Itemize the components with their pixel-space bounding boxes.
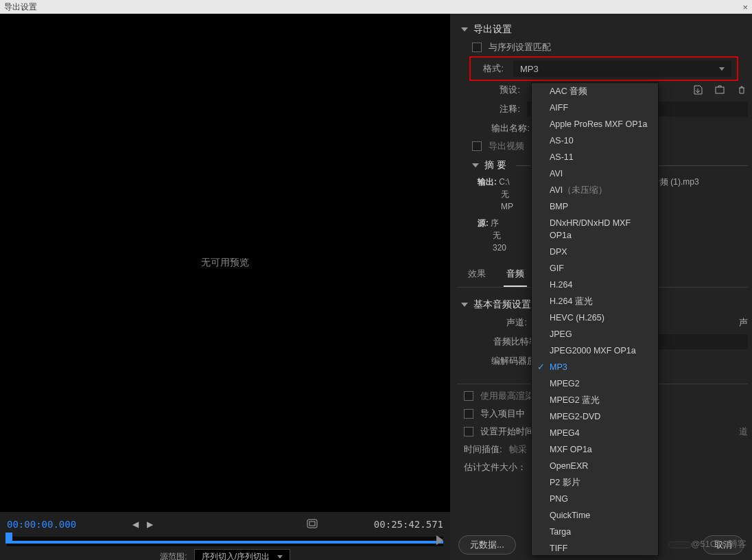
- close-icon[interactable]: ×: [742, 2, 748, 12]
- format-option[interactable]: AS-11: [532, 149, 658, 165]
- match-sequence-label: 与序列设置匹配: [489, 41, 551, 54]
- format-option[interactable]: Windows Media: [532, 557, 658, 560]
- format-option[interactable]: BMP: [532, 198, 658, 215]
- format-option[interactable]: DPX: [532, 244, 658, 260]
- est-size-label: 估计文件大小：: [464, 461, 526, 474]
- format-option[interactable]: MP3: [532, 359, 658, 375]
- chevron-down-icon: [277, 555, 283, 559]
- format-option[interactable]: MPEG2 蓝光: [532, 392, 658, 408]
- comment-label: 注释:: [472, 103, 520, 115]
- format-option[interactable]: AAC 音频: [532, 83, 658, 100]
- format-option[interactable]: AVI（未压缩）: [532, 182, 658, 198]
- format-option[interactable]: Apple ProRes MXF OP1a: [532, 116, 658, 132]
- timeline: 00:00:00.000 ◀ ▶ 00:25:42.571 源范围:: [0, 512, 450, 560]
- chevron-down-icon: [719, 67, 725, 71]
- source-range-select[interactable]: 序列切入/序列切出: [194, 549, 290, 560]
- tab-audio[interactable]: 音频: [504, 264, 527, 287]
- set-start-tc-label: 设置开始时间: [480, 425, 534, 438]
- delete-preset-icon[interactable]: [736, 84, 748, 96]
- twirl-down-icon[interactable]: [461, 27, 468, 32]
- step-fwd-icon[interactable]: ▶: [147, 520, 153, 529]
- format-option[interactable]: MPEG2-DVD: [532, 408, 658, 425]
- format-option[interactable]: TIFF: [532, 540, 658, 557]
- format-option[interactable]: JPEG: [532, 326, 658, 342]
- preview-pane: 无可用预览 00:00:00.000 ◀ ▶ 00:25:42.571: [0, 14, 450, 560]
- format-option[interactable]: QuickTime: [532, 507, 658, 524]
- basic-audio-header: 基本音频设置: [473, 299, 531, 311]
- export-settings-header: 导出设置: [473, 23, 512, 36]
- format-label: 格式:: [476, 62, 504, 75]
- timeline-bar[interactable]: [7, 537, 443, 546]
- time-interp-value[interactable]: 帧采: [509, 443, 527, 456]
- format-option[interactable]: HEVC (H.265): [532, 310, 658, 326]
- bitrate-select[interactable]: [651, 334, 748, 349]
- set-start-tc-checkbox[interactable]: [464, 427, 473, 436]
- alpha-only-label: 道: [739, 425, 748, 438]
- match-sequence-checkbox[interactable]: [472, 43, 482, 52]
- import-project-checkbox[interactable]: [464, 409, 473, 419]
- export-video-checkbox[interactable]: [472, 141, 482, 151]
- svg-rect-0: [307, 520, 317, 528]
- format-option[interactable]: PNG: [532, 491, 658, 507]
- format-option[interactable]: AIFF: [532, 100, 658, 116]
- twirl-down-icon[interactable]: [461, 303, 468, 307]
- format-option[interactable]: OpenEXR: [532, 458, 658, 474]
- channels-label: 声道:: [472, 316, 527, 329]
- source-range-label: 源范围:: [160, 551, 187, 560]
- format-option[interactable]: Targa: [532, 524, 658, 540]
- format-row: 格式: MP3: [469, 56, 738, 81]
- window-title-bar: 导出设置 ×: [0, 0, 752, 14]
- queue-button[interactable]: [668, 541, 692, 548]
- timecode-current[interactable]: 00:00:00.000: [7, 519, 76, 530]
- tab-effects[interactable]: 效果: [465, 264, 489, 287]
- preset-label: 预设:: [472, 84, 520, 96]
- save-preset-icon[interactable]: [692, 84, 704, 96]
- max-render-checkbox[interactable]: [464, 391, 473, 401]
- format-option[interactable]: H.264: [532, 277, 658, 293]
- time-interp-label: 时间插值:: [464, 443, 502, 456]
- format-dropdown[interactable]: AAC 音频AIFFApple ProRes MXF OP1aAS-10AS-1…: [531, 82, 659, 556]
- format-option[interactable]: GIF: [532, 260, 658, 277]
- output-name-label: 输出名称:: [472, 122, 530, 135]
- twirl-down-icon[interactable]: [472, 163, 479, 167]
- metadata-button[interactable]: 元数据...: [458, 535, 516, 555]
- channels-value: 声: [739, 316, 748, 329]
- format-option[interactable]: P2 影片: [532, 474, 658, 491]
- step-back-icon[interactable]: ◀: [132, 520, 139, 529]
- timecode-duration: 00:25:42.571: [374, 519, 443, 530]
- export-video-label: 导出视频: [489, 140, 524, 152]
- bitrate-label: 音频比特率:: [472, 336, 541, 348]
- max-render-label: 使用最高渲染: [480, 390, 534, 402]
- svg-rect-1: [309, 522, 315, 526]
- playhead-icon[interactable]: [5, 533, 12, 544]
- format-option[interactable]: MXF OP1a: [532, 441, 658, 458]
- format-option[interactable]: DNxHR/DNxHD MXF OP1a: [532, 215, 658, 244]
- import-project-label: 导入项目中: [480, 408, 525, 420]
- format-option[interactable]: JPEG2000 MXF OP1a: [532, 342, 658, 359]
- preview-empty-label: 无可用预览: [201, 257, 249, 269]
- format-option[interactable]: MPEG4: [532, 425, 658, 441]
- format-select[interactable]: MP3: [513, 60, 731, 77]
- fit-icon[interactable]: [307, 519, 318, 530]
- summary-header: 摘 要: [484, 159, 506, 172]
- format-option[interactable]: AVI: [532, 165, 658, 182]
- preview-area: 无可用预览: [0, 14, 450, 512]
- format-option[interactable]: AS-10: [532, 132, 658, 149]
- cancel-button[interactable]: 取消: [703, 535, 744, 555]
- format-option[interactable]: MPEG2: [532, 375, 658, 392]
- window-title: 导出设置: [4, 1, 37, 13]
- svg-rect-2: [716, 87, 724, 93]
- format-option[interactable]: H.264 蓝光: [532, 293, 658, 310]
- import-preset-icon[interactable]: [714, 84, 726, 96]
